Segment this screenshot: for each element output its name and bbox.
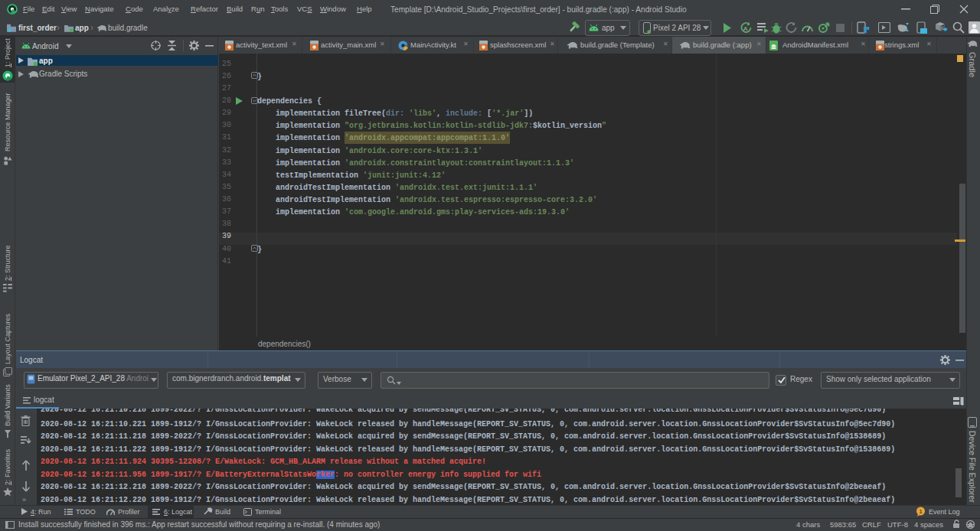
svg-text:A: A: [743, 25, 748, 32]
svg-text:1: 1: [919, 508, 923, 515]
